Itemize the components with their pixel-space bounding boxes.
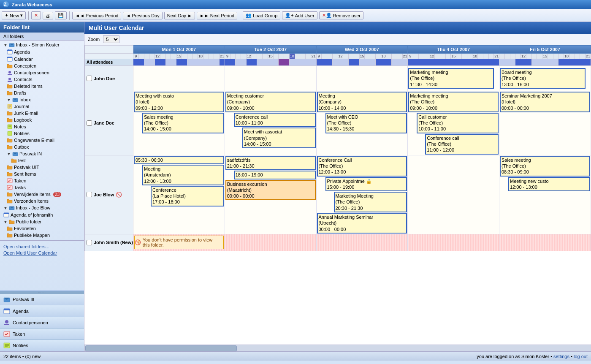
event-meet-ceo[interactable]: Meet with CEO (The Office) 14:30 - 15:30 bbox=[325, 113, 407, 133]
next-day-button[interactable]: Next Day ► bbox=[164, 12, 195, 19]
event-meeting-hotel[interactable]: Meeting with custo (Hotel) 09:00 - 12:00 bbox=[134, 92, 224, 112]
event-meeting-new[interactable]: Meeting new custo 12:00 - 13:00 bbox=[508, 177, 590, 192]
sidebar-item-agenda[interactable]: Agenda bbox=[0, 48, 84, 55]
sidebar-item-postvak-uit[interactable]: Postvak UIT bbox=[0, 164, 84, 171]
sidebar-item-junk[interactable]: Junk E-mail bbox=[0, 110, 84, 117]
quick-item-notities[interactable]: Notities bbox=[0, 340, 84, 351]
event-sales-fri[interactable]: Sales meeting (The Office) 08:30 - 09:00 bbox=[500, 156, 590, 177]
event-marketing-meeting-thu[interactable]: Marketing meeting (The Office) 09:00 - 1… bbox=[408, 92, 499, 112]
hscrollbar-thumb[interactable] bbox=[85, 345, 237, 351]
sidebar-item-logboek[interactable]: Logboek bbox=[0, 117, 84, 123]
sidebar-item-contactpersonen[interactable]: Contactpersonen bbox=[0, 69, 84, 76]
print-button[interactable]: 🖨 bbox=[43, 12, 53, 19]
event-marketing-meeting-wed[interactable]: Marketing Meeting (The Office) 20:30 - 2… bbox=[334, 192, 407, 212]
event-sadfz[interactable]: sadfzfzdfds 21:00 - 21:30 bbox=[225, 156, 316, 171]
quick-item-agenda[interactable]: Agenda bbox=[0, 305, 84, 317]
sidebar-item-favorieten[interactable]: Favorieten bbox=[0, 225, 84, 232]
john-doe-wed[interactable] bbox=[316, 66, 408, 91]
sidebar-item-publieke-mappen[interactable]: Publieke Mappen bbox=[0, 232, 84, 239]
event-annual-seminar[interactable]: Annual Marketing Seminar (Utrecht) 00:00… bbox=[317, 213, 407, 234]
sidebar-item-verzonden[interactable]: Verzonden items bbox=[0, 198, 84, 204]
event-conference-call[interactable]: Conference call 10:00 - 11:00 bbox=[234, 113, 316, 128]
remove-user-button[interactable]: ✕👤 Remove user bbox=[319, 11, 363, 19]
event-meeting-amsterdam[interactable]: Meeting (Amsterdam) 12:00 - 13:00 bbox=[142, 165, 224, 185]
delete-button[interactable]: ✕ bbox=[31, 11, 41, 19]
calendar-scroll[interactable]: Mon 1 Oct 2007 Tue 2 Oct 2007 Wed 3 Oct … bbox=[84, 45, 591, 345]
open-multi-user-link[interactable]: Open Multi User Calendar bbox=[3, 250, 81, 255]
open-shared-link[interactable]: Open shared folders... bbox=[3, 244, 81, 249]
event-0530[interactable]: 05:30 - 06:00 bbox=[134, 156, 224, 164]
settings-link[interactable]: settings bbox=[553, 354, 569, 359]
sidebar-item-drafts[interactable]: Drafts bbox=[0, 90, 84, 96]
quick-item-contactpersonen[interactable]: Contactpersonen bbox=[0, 317, 84, 329]
sidebar-item-concepten[interactable]: Concepten bbox=[0, 62, 84, 69]
event-sales-meeting[interactable]: Sales meeting (The Office) 14:00 - 15:00 bbox=[142, 113, 224, 133]
john-doe-checkbox[interactable] bbox=[87, 76, 92, 81]
quick-item-taken[interactable]: Taken bbox=[0, 329, 84, 340]
event-call-customer[interactable]: Call customer (The Office) 10:00 - 11:00 bbox=[417, 113, 499, 133]
event-meet-associat[interactable]: Meet with associat (Company) 14:00 - 15:… bbox=[242, 128, 316, 148]
john-doe-tue[interactable] bbox=[225, 66, 316, 91]
event-marketing-meeting[interactable]: Marketing meeting (The Office) 11:30 - 1… bbox=[408, 68, 494, 89]
folder-icon bbox=[7, 198, 13, 204]
sidebar-item-inbox[interactable]: ▼ Inbox bbox=[0, 96, 84, 103]
prev-period-button[interactable]: ◄◄ Previous Period bbox=[72, 12, 121, 19]
event-seminar[interactable]: Seminar Marketing 2007 (Hotel) 00:00 - 0… bbox=[500, 92, 590, 112]
new-button[interactable]: ✦ New ▾ bbox=[2, 11, 26, 19]
event-board-meeting[interactable]: Board meeting (The Office) 13:00 - 16:00 bbox=[500, 68, 586, 89]
sidebar-item-calendar[interactable]: Calendar bbox=[0, 55, 84, 62]
sidebar-item-postvak-in[interactable]: ▼ Postvak IN bbox=[0, 150, 84, 157]
joe-blow-fri[interactable]: Sales meeting (The Office) 08:30 - 09:00… bbox=[499, 155, 591, 234]
joe-blow-mon[interactable]: 05:30 - 06:00 Meeting (Amsterdam) 12:00 … bbox=[133, 155, 225, 234]
sidebar-item-agenda-john[interactable]: Agenda of johnsmith bbox=[0, 211, 84, 218]
sidebar-item-tasks[interactable]: Tasks bbox=[0, 184, 84, 191]
event-private[interactable]: Private Appointme 🔒 15:00 - 19:00 bbox=[325, 177, 407, 192]
zoom-select[interactable]: 5 10 15 30 bbox=[103, 35, 119, 43]
event-conference-la-place[interactable]: Conference (La Place Hotel) 17:00 - 18:0… bbox=[151, 186, 224, 206]
event-meeting-co[interactable]: Meeting (Company) 10:00 - 14:00 bbox=[317, 92, 407, 112]
event-business-excursion[interactable]: Business excursion (Maastricht) 00:00 - … bbox=[225, 180, 316, 201]
sidebar-item-sent[interactable]: Sent Items bbox=[0, 171, 84, 177]
jane-doe-thu[interactable]: Marketing meeting (The Office) 09:00 - 1… bbox=[408, 91, 499, 155]
jane-doe-checkbox[interactable] bbox=[87, 120, 92, 126]
john-doe-mon[interactable] bbox=[133, 66, 225, 91]
john-doe-thu[interactable]: Marketing meeting (The Office) 11:30 - 1… bbox=[408, 66, 499, 91]
jane-doe-wed[interactable]: Meeting (Company) 10:00 - 14:00 Meet wit… bbox=[316, 91, 408, 155]
sidebar-item-outbox[interactable]: Outbox bbox=[0, 144, 84, 150]
event-conference-call-thu[interactable]: Conference call (The Office) 11:00 - 12:… bbox=[425, 134, 499, 155]
event-conf-call[interactable]: Conference Call (The Office) 12:00 - 13:… bbox=[317, 156, 407, 177]
prev-day-button[interactable]: ◄ Previous Day bbox=[123, 12, 162, 19]
john-doe-fri[interactable]: Board meeting (The Office) 13:00 - 16:00 bbox=[499, 66, 591, 91]
jane-doe-fri[interactable]: Seminar Marketing 2007 (Hotel) 00:00 - 0… bbox=[499, 91, 591, 155]
joe-blow-tue[interactable]: sadfzfzdfds 21:00 - 21:30 18:00 - 19:00 … bbox=[225, 155, 316, 234]
add-user-button[interactable]: 👤+ Add User bbox=[282, 11, 317, 19]
new-dropdown-icon: ▾ bbox=[20, 13, 23, 18]
joe-blow-wed[interactable]: Conference Call (The Office) 12:00 - 13:… bbox=[316, 155, 408, 234]
joe-blow-thu[interactable] bbox=[408, 155, 499, 234]
next-period-button[interactable]: ►► Next Period bbox=[197, 12, 237, 19]
load-group-button[interactable]: 👥 Load Group bbox=[243, 11, 280, 19]
sidebar-item-test[interactable]: test bbox=[0, 157, 84, 164]
all-folders-link[interactable]: All folders bbox=[0, 33, 84, 41]
sidebar-item-deleted[interactable]: Deleted Items bbox=[0, 83, 84, 90]
logout-link[interactable]: log out bbox=[574, 354, 588, 359]
jane-doe-mon[interactable]: Meeting with custo (Hotel) 09:00 - 12:00… bbox=[133, 91, 225, 155]
sidebar-item-taken[interactable]: Taken bbox=[0, 177, 84, 184]
hscrollbar[interactable] bbox=[84, 345, 591, 351]
sidebar-item-inbox-joe[interactable]: ▼ Inbox - Joe Blow bbox=[0, 204, 84, 211]
quick-item-postvak[interactable]: Postvak III bbox=[0, 294, 84, 305]
sidebar-item-inbox-simon[interactable]: ▼ Inbox - Simon Koster bbox=[0, 41, 84, 48]
joe-blow-checkbox[interactable] bbox=[87, 192, 92, 197]
sidebar-item-contacts[interactable]: Contacts bbox=[0, 76, 84, 83]
sidebar-item-journal[interactable]: Journal bbox=[0, 103, 84, 110]
sidebar-item-notes[interactable]: Notes bbox=[0, 123, 84, 130]
event-meeting-company[interactable]: Meeting customer (Company) 09:00 - 10:00 bbox=[225, 92, 316, 112]
sidebar-item-ongewenste[interactable]: Ongewenste E-mail bbox=[0, 137, 84, 144]
john-smith-checkbox[interactable] bbox=[87, 240, 92, 245]
event-1800[interactable]: 18:00 - 19:00 bbox=[234, 171, 316, 179]
sidebar-item-public-folder[interactable]: ▼ Public folder bbox=[0, 218, 84, 225]
save-button[interactable]: 💾 bbox=[55, 11, 67, 19]
sidebar-item-verwijderde[interactable]: Verwijderde items 23 bbox=[0, 191, 84, 198]
jane-doe-tue[interactable]: Meeting customer (Company) 09:00 - 10:00… bbox=[225, 91, 316, 155]
sidebar-item-notities[interactable]: Notities bbox=[0, 130, 84, 137]
